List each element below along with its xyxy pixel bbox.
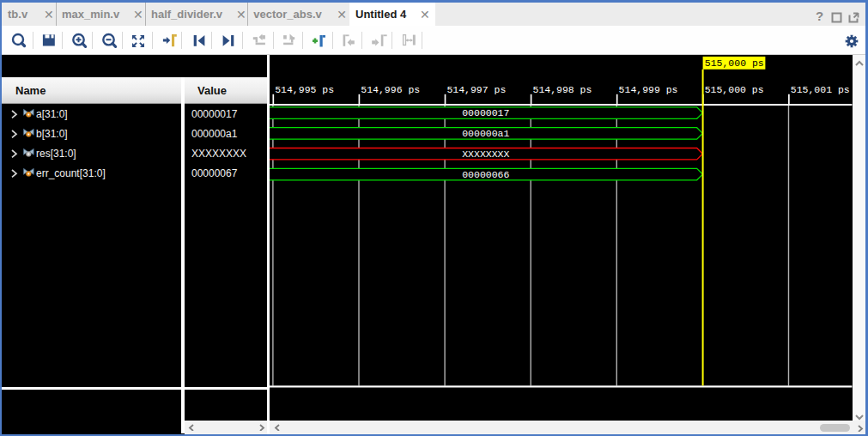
svg-text:514,998 ps: 514,998 ps: [533, 84, 592, 95]
svg-text:514,997 ps: 514,997 ps: [447, 84, 507, 95]
svg-text:514,996 ps: 514,996 ps: [361, 84, 420, 95]
svg-text:515,001 ps: 515,001 ps: [791, 84, 850, 95]
svg-text:XXXXXXXX: XXXXXXXX: [462, 148, 509, 159]
svg-text:515,000 ps: 515,000 ps: [705, 58, 764, 69]
svg-text:000000a1: 000000a1: [462, 127, 509, 138]
svg-text:00000017: 00000017: [462, 107, 509, 118]
svg-text:514,999 ps: 514,999 ps: [619, 84, 678, 95]
svg-text:514,995 ps: 514,995 ps: [275, 84, 334, 95]
svg-text:515,000 ps: 515,000 ps: [705, 84, 764, 95]
svg-text:00000066: 00000066: [462, 168, 509, 179]
